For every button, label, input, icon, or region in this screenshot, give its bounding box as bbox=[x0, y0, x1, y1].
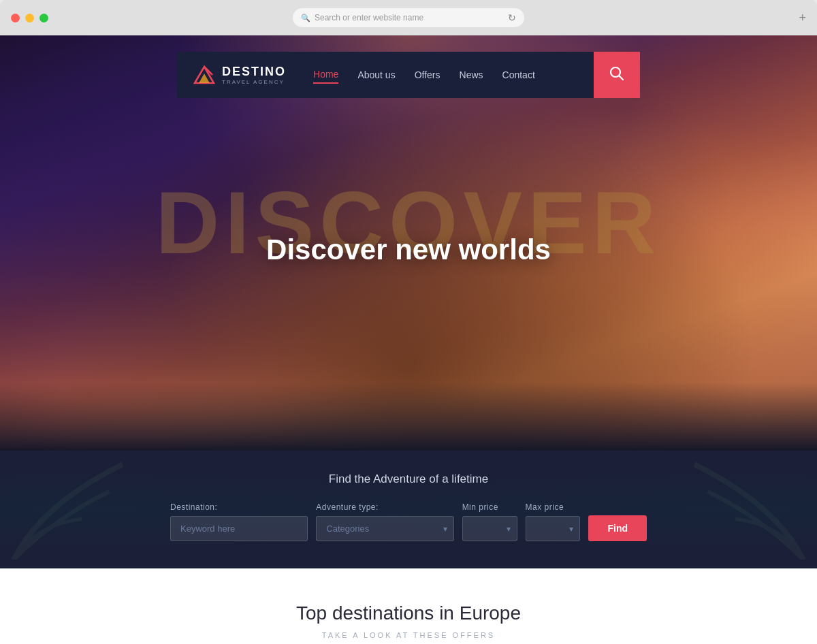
logo-name: DESTINO bbox=[222, 65, 286, 79]
reload-icon[interactable]: ↻ bbox=[508, 12, 516, 23]
close-button[interactable] bbox=[11, 14, 20, 22]
adventure-group: Adventure type: Categories Beach Mountai… bbox=[316, 502, 453, 541]
max-price-label: Max price bbox=[526, 502, 581, 512]
address-bar-text: Search or enter website name bbox=[315, 13, 423, 22]
search-icon bbox=[609, 66, 624, 84]
bottom-section: Top destinations in Europe TAKE A LOOK A… bbox=[0, 568, 817, 644]
browser-chrome: 🔍 Search or enter website name ↻ + bbox=[0, 0, 817, 35]
hero-bottom-fade bbox=[0, 383, 817, 451]
min-price-select[interactable]: 100 200 500 bbox=[462, 516, 517, 541]
section-title: Top destinations in Europe bbox=[27, 602, 790, 624]
nav-link-home[interactable]: Home bbox=[313, 66, 338, 84]
adventure-label: Adventure type: bbox=[316, 502, 453, 512]
min-price-select-wrapper: 100 200 500 bbox=[462, 516, 517, 541]
search-icon: 🔍 bbox=[301, 14, 310, 22]
destination-input[interactable] bbox=[170, 516, 308, 541]
nav-link-contact[interactable]: Contact bbox=[502, 67, 535, 83]
logo[interactable]: DESTINO TRAVEL AGENCY bbox=[193, 64, 286, 86]
adventure-select-wrapper: Categories Beach Mountain City Adventure bbox=[316, 516, 453, 541]
destination-group: Destination: bbox=[170, 502, 308, 541]
svg-marker-1 bbox=[199, 74, 210, 83]
section-subtitle: TAKE A LOOK AT THESE OFFERS bbox=[27, 631, 790, 639]
traffic-lights bbox=[11, 14, 48, 22]
hero-section: DESTINO TRAVEL AGENCY Home About us Offe… bbox=[0, 35, 817, 451]
nav-links: Home About us Offers News Contact bbox=[313, 66, 594, 84]
min-price-group: Min price 100 200 500 bbox=[462, 502, 517, 541]
logo-text: DESTINO TRAVEL AGENCY bbox=[222, 65, 286, 85]
new-tab-button[interactable]: + bbox=[799, 11, 806, 25]
logo-tagline: TRAVEL AGENCY bbox=[222, 79, 286, 85]
search-form: Destination: Adventure type: Categories … bbox=[170, 502, 647, 541]
search-section: Find the Adventure of a lifetime Destina… bbox=[0, 451, 817, 568]
max-price-select[interactable]: 500 1000 2000 bbox=[526, 516, 581, 541]
minimize-button[interactable] bbox=[25, 14, 34, 22]
nav-link-news[interactable]: News bbox=[460, 67, 483, 83]
search-button[interactable] bbox=[594, 52, 640, 98]
logo-icon bbox=[193, 64, 215, 86]
min-price-label: Min price bbox=[462, 502, 517, 512]
address-bar[interactable]: 🔍 Search or enter website name ↻ bbox=[293, 8, 524, 27]
nav-link-about[interactable]: About us bbox=[357, 67, 395, 83]
find-button[interactable]: Find bbox=[588, 515, 647, 541]
nav-link-offers[interactable]: Offers bbox=[415, 67, 440, 83]
hero-content: Discover new worlds bbox=[266, 234, 551, 266]
destination-label: Destination: bbox=[170, 502, 308, 512]
max-price-group: Max price 500 1000 2000 bbox=[526, 502, 581, 541]
navbar: DESTINO TRAVEL AGENCY Home About us Offe… bbox=[177, 52, 640, 98]
search-subtitle: Find the Adventure of a lifetime bbox=[27, 472, 790, 486]
hero-title: Discover new worlds bbox=[266, 234, 551, 266]
website-content: DESTINO TRAVEL AGENCY Home About us Offe… bbox=[0, 35, 817, 644]
adventure-select[interactable]: Categories Beach Mountain City Adventure bbox=[316, 516, 453, 541]
max-price-select-wrapper: 500 1000 2000 bbox=[526, 516, 581, 541]
fullscreen-button[interactable] bbox=[39, 14, 48, 22]
svg-line-4 bbox=[620, 76, 624, 80]
